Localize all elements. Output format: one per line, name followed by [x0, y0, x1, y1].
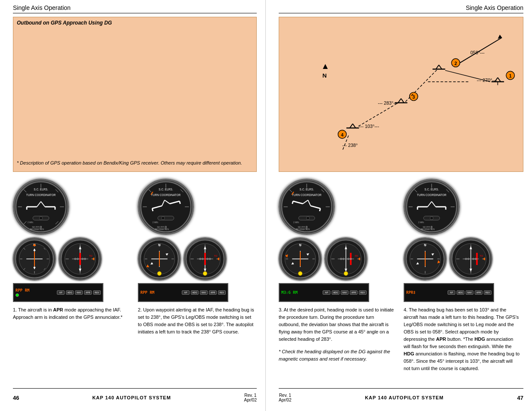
- svg-point-196: [344, 271, 348, 275]
- ap-btn3-rev[interactable]: REV: [359, 290, 367, 295]
- right-footer-title: KAP 140 AUTOPILOT SYSTEM: [365, 395, 444, 400]
- caption-1: 1. The aircraft is in APR mode approachi…: [13, 306, 129, 321]
- disclaimer: * Description of GPS operation based on …: [13, 158, 256, 168]
- svg-text:NO PITCH: NO PITCH: [423, 226, 432, 228]
- hsi-cdi-row-1: N: [13, 237, 102, 280]
- left-diagram: Outbound on GPS Approach Using DG * Desc…: [13, 17, 257, 172]
- ap-light-1: [16, 293, 19, 297]
- ap-btn-nav[interactable]: NAV: [75, 290, 83, 295]
- svg-text:INFORMATION: INFORMATION: [30, 228, 44, 230]
- svg-text:--- 103°---: --- 103°---: [359, 124, 379, 129]
- svg-text:S.C. ELRS.: S.C. ELRS.: [424, 188, 439, 191]
- svg-line-135: [350, 124, 353, 128]
- ap-mode-3: M3:G RM: [281, 290, 299, 295]
- cdi-4: TO: [449, 237, 492, 280]
- svg-line-70: [180, 201, 180, 204]
- right-diagram: ▲ N 1 --- 270°---: [279, 17, 523, 172]
- svg-text:TURN COORDINATOR: TURN COORDINATOR: [417, 193, 447, 196]
- left-header: Single Axis Operation: [13, 4, 257, 13]
- ap-btn4-apr[interactable]: APR: [475, 290, 482, 295]
- ap-btn4-nav[interactable]: NAV: [466, 290, 473, 295]
- ap-btn2-nav[interactable]: NAV: [200, 290, 208, 295]
- svg-text:INFORMATION: INFORMATION: [296, 228, 309, 230]
- ap-btn3-ap[interactable]: AP: [323, 290, 330, 295]
- hsi-cdi-row-4: N: [404, 237, 492, 280]
- caption-3: 3. At the desired point, heading mode is…: [279, 306, 395, 343]
- svg-rect-72: [158, 216, 174, 220]
- svg-text:NO PITCH: NO PITCH: [157, 226, 166, 228]
- ap-btn2-apr[interactable]: APR: [209, 290, 217, 295]
- svg-text:2 MIN.: 2 MIN.: [418, 221, 424, 224]
- svg-text:2 MIN.: 2 MIN.: [28, 221, 34, 224]
- svg-text:S.C. ELRS.: S.C. ELRS.: [159, 188, 173, 191]
- ap-btn2-rev[interactable]: REV: [218, 290, 226, 295]
- svg-text:4: 4: [341, 132, 343, 137]
- svg-point-73: [162, 217, 165, 220]
- autopilot-display-4: RPR‡ AP HDG NAV APR REV: [404, 283, 494, 302]
- svg-text:TO: TO: [89, 255, 93, 257]
- ap-btn2-ap[interactable]: AP: [182, 290, 190, 295]
- left-footer: 46 KAP 140 AUTOPILOT SYSTEM Rev. 1Apr/02: [13, 388, 257, 402]
- autopilot-display-3: M3:G RM AP HDG NAV APR REV: [279, 283, 369, 302]
- cdi-1: TO: [59, 237, 102, 280]
- svg-text:FR: FR: [355, 255, 358, 257]
- ap-btn-rev[interactable]: REV: [93, 290, 101, 295]
- caption3-instruments: S.C. ELRS. TURN COORDINATOR: [279, 179, 395, 372]
- ap-mode-2: RPP RM: [140, 290, 158, 295]
- hsi-cdi-row-3: N: [279, 237, 367, 280]
- svg-text:▲: ▲: [321, 61, 330, 71]
- diagram-title: Outbound on GPS Approach Using DG: [13, 17, 256, 28]
- svg-line-125: [460, 37, 502, 63]
- ap-btn4-ap[interactable]: AP: [448, 290, 455, 295]
- svg-text:TURN COORDINATOR: TURN COORDINATOR: [26, 193, 56, 196]
- ap-btn2-hdg[interactable]: HDG: [191, 290, 199, 295]
- cdi-2: TO: [184, 237, 227, 280]
- ap-btn-ap[interactable]: AP: [57, 290, 65, 295]
- caption-4: 4. The heading bug has been set to 103° …: [404, 306, 520, 372]
- ap-btn-apr[interactable]: APR: [84, 290, 92, 295]
- ap-btn3-apr[interactable]: APR: [350, 290, 358, 295]
- svg-text:1: 1: [509, 73, 512, 78]
- footnote: * Check the heading displayed on the DG …: [279, 348, 395, 362]
- right-header: Single Axis Operation: [279, 4, 523, 13]
- ap-btn4-rev[interactable]: REV: [484, 290, 492, 295]
- svg-text:N: N: [323, 72, 327, 79]
- svg-text:NO PITCH: NO PITCH: [298, 226, 307, 228]
- left-header-text: Single Axis Operation: [13, 4, 71, 11]
- svg-text:S.C. ELRS.: S.C. ELRS.: [34, 188, 48, 191]
- svg-text:--- 270°---: --- 270°---: [477, 78, 497, 83]
- svg-line-158: [320, 209, 320, 211]
- svg-line-143: [445, 70, 490, 81]
- svg-line-128: [398, 99, 401, 103]
- ap-btn3-nav[interactable]: NAV: [341, 290, 348, 295]
- svg-point-108: [203, 271, 207, 275]
- svg-line-129: [401, 99, 404, 103]
- left-page: Single Axis Operation Outbound on GPS Ap…: [0, 0, 266, 411]
- svg-text:NO PITCH: NO PITCH: [32, 226, 41, 228]
- svg-text:TO: TO: [480, 255, 483, 257]
- svg-text:S.C. ELRS.: S.C. ELRS.: [299, 188, 314, 191]
- ap-mode-1: RPP RM: [16, 288, 33, 293]
- svg-text:2 MIN.: 2 MIN.: [293, 221, 299, 224]
- svg-text:TURN COORDINATOR: TURN COORDINATOR: [292, 193, 322, 196]
- svg-line-120: [436, 65, 439, 69]
- ap-btn-hdg[interactable]: HDG: [66, 290, 74, 295]
- svg-text:TO: TO: [214, 255, 218, 257]
- turn-coordinator-2: S.C. ELRS. TURN COORDINATOR: [138, 179, 194, 235]
- right-footer: Rev. 1Apr/02 KAP 140 AUTOPILOT SYSTEM 47: [279, 388, 523, 402]
- turn-coordinator-3: S.C. ELRS. TURN COORDINATOR: [279, 179, 335, 235]
- svg-line-113: [498, 78, 501, 82]
- svg-text:TURN COORDINATOR: TURN COORDINATOR: [151, 193, 181, 196]
- hsi-cdi-row-2: N: [138, 237, 227, 280]
- svg-line-133: [405, 70, 437, 102]
- instruments-row-right: S.C. ELRS. TURN COORDINATOR: [279, 179, 523, 372]
- hsi-1: N: [13, 237, 56, 280]
- cdi-3: FR: [324, 237, 367, 280]
- ap-btn3-hdg[interactable]: HDG: [332, 290, 339, 295]
- svg-text:2 MIN.: 2 MIN.: [152, 221, 159, 224]
- left-footer-rev: Rev. 1Apr/02: [244, 393, 257, 402]
- ap-btn4-hdg[interactable]: HDG: [457, 290, 464, 295]
- svg-text:2: 2: [454, 61, 457, 66]
- svg-point-18: [39, 217, 43, 220]
- svg-text:INFORMATION: INFORMATION: [420, 228, 434, 230]
